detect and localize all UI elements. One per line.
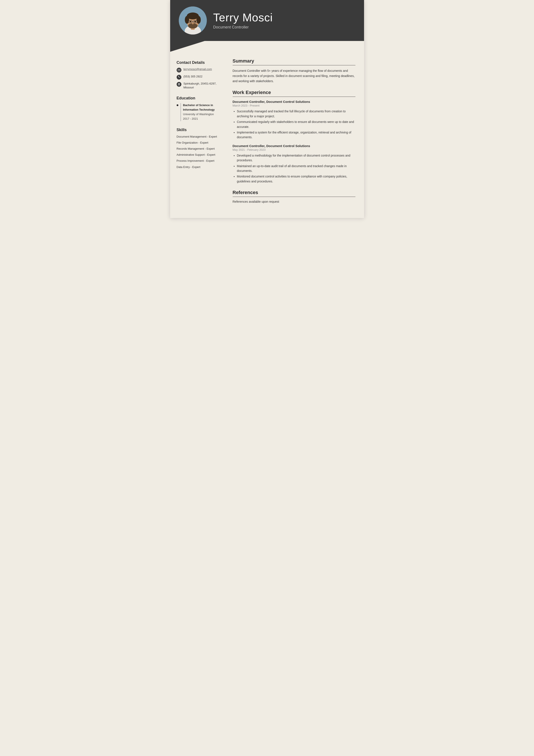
work-experience-title: Work Experience	[233, 90, 355, 97]
job-item-1: Document Controller, Document Control So…	[233, 144, 355, 184]
skills-section-title: Skills	[177, 128, 221, 132]
skill-item-1: File Organization - Expert	[177, 141, 221, 145]
summary-section: Summary Document Controller with 5+ year…	[233, 58, 355, 84]
references-text: References available upon request	[233, 200, 355, 203]
edu-degree: Bachelor of Science in Information Techn…	[183, 103, 221, 112]
job-bullet-0-1: Communicated regularly with stakeholders…	[237, 120, 355, 129]
job-bullets-1: Developed a methodology for the implemen…	[233, 153, 355, 184]
job-bullet-0-0: Successfully managed and tracked the ful…	[237, 109, 355, 119]
phone-value: (553) 305 2922	[184, 75, 202, 78]
contact-section: Contact Details terrymosci@gmail.com (55…	[177, 60, 221, 90]
header: Terry Mosci Document Controller	[170, 0, 364, 41]
email-icon	[177, 68, 181, 72]
chevron-decoration	[170, 41, 364, 52]
contact-email-item: terrymosci@gmail.com	[177, 68, 221, 72]
contact-phone-item: (553) 305 2922	[177, 75, 221, 80]
avatar	[179, 7, 207, 35]
body: Contact Details terrymosci@gmail.com (55…	[170, 52, 364, 218]
location-icon	[177, 82, 181, 87]
job-bullet-1-2: Monitored document control activities to…	[237, 174, 355, 184]
skill-item-5: Data Entry - Expert	[177, 165, 221, 169]
contact-address-item: Spinkaburgh, 20451-6297, Missouri	[177, 82, 221, 90]
edu-bullet	[177, 104, 178, 106]
svg-point-8	[190, 21, 191, 22]
svg-point-9	[194, 21, 196, 22]
education-section-title: Education	[177, 96, 221, 100]
edu-content: Bachelor of Science in Information Techn…	[181, 103, 221, 121]
job-bullet-1-1: Maintained an up-to-date audit trail of …	[237, 164, 355, 174]
job-date-1: May 2021 - February 2023	[233, 148, 355, 151]
phone-icon	[177, 75, 181, 80]
references-title: References	[233, 190, 355, 197]
candidate-title: Document Controller	[213, 25, 355, 30]
email-value[interactable]: terrymosci@gmail.com	[184, 68, 212, 71]
candidate-name: Terry Mosci	[213, 12, 355, 24]
job-title-0: Document Controller, Document Control So…	[233, 100, 355, 103]
svg-point-5	[185, 16, 189, 24]
job-bullet-0-2: Implemented a system for the efficient s…	[237, 130, 355, 140]
sidebar: Contact Details terrymosci@gmail.com (55…	[170, 56, 226, 218]
job-date-0: March 2023 - Present	[233, 104, 355, 107]
skill-item-4: Process Improvement - Expert	[177, 159, 221, 163]
skill-item-2: Records Management - Expert	[177, 147, 221, 151]
work-experience-section: Work Experience Document Controller, Doc…	[233, 90, 355, 184]
main-content: Summary Document Controller with 5+ year…	[226, 56, 364, 218]
job-title-1: Document Controller, Document Control So…	[233, 144, 355, 148]
edu-years: 2017 - 2021	[183, 117, 221, 121]
summary-title: Summary	[233, 58, 355, 65]
header-info: Terry Mosci Document Controller	[213, 12, 355, 30]
svg-point-13	[192, 23, 194, 24]
references-section: References References available upon req…	[233, 190, 355, 203]
summary-text: Document Controller with 5+ years of exp…	[233, 68, 355, 84]
skills-section: Skills Document Management - Expert File…	[177, 128, 221, 169]
job-item-0: Document Controller, Document Control So…	[233, 100, 355, 140]
skill-item-0: Document Management - Expert	[177, 135, 221, 139]
job-bullets-0: Successfully managed and tracked the ful…	[233, 109, 355, 140]
resume-container: Terry Mosci Document Controller Contact …	[170, 0, 364, 218]
contact-section-title: Contact Details	[177, 60, 221, 65]
education-item: Bachelor of Science in Information Techn…	[177, 103, 221, 121]
skill-item-3: Administrative Support - Expert	[177, 153, 221, 157]
education-section: Education Bachelor of Science in Informa…	[177, 96, 221, 121]
svg-point-6	[196, 16, 201, 24]
svg-point-14	[179, 84, 179, 85]
job-bullet-1-0: Developed a methodology for the implemen…	[237, 153, 355, 163]
edu-school: University of Washington	[183, 112, 221, 117]
address-value: Spinkaburgh, 20451-6297, Missouri	[184, 82, 221, 90]
